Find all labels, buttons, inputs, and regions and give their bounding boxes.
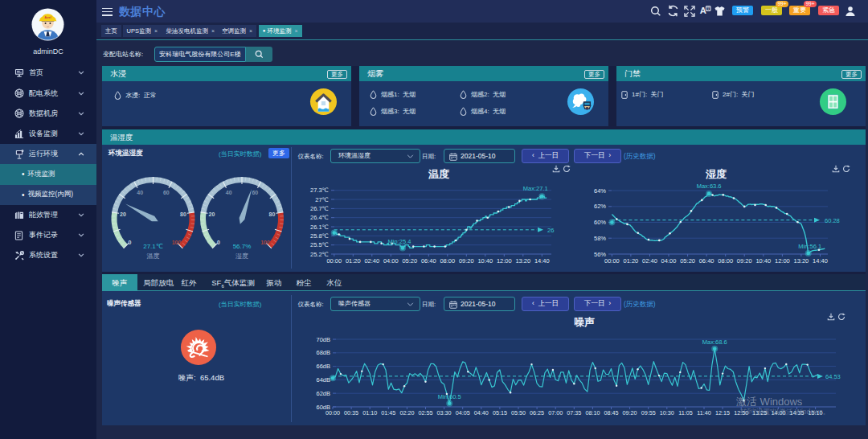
svg-text:Min:56.1: Min:56.1 — [798, 243, 821, 250]
svg-text:60: 60 — [163, 190, 170, 195]
svg-text:02:40: 02:40 — [642, 257, 657, 265]
svg-text:06:40: 06:40 — [699, 257, 714, 265]
svg-text:80: 80 — [180, 211, 186, 217]
svg-text:10:30: 10:30 — [660, 409, 674, 416]
svg-text:64.53: 64.53 — [825, 373, 841, 380]
svg-text:64dB: 64dB — [316, 376, 330, 384]
svg-text:09:55: 09:55 — [641, 409, 656, 416]
svg-text:09:20: 09:20 — [623, 409, 637, 416]
svg-text:A: A — [700, 6, 706, 15]
svg-text:07:00: 07:00 — [548, 409, 563, 416]
svg-text:04:00: 04:00 — [661, 257, 677, 265]
svg-text:26: 26 — [547, 227, 554, 234]
svg-text:100: 100 — [260, 240, 270, 245]
svg-text:60%: 60% — [594, 219, 606, 226]
svg-text:10:40: 10:40 — [477, 257, 493, 265]
svg-text:温度: 温度 — [147, 252, 160, 260]
svg-text:01:20: 01:20 — [346, 257, 361, 265]
svg-text:11:40: 11:40 — [697, 409, 710, 416]
svg-text:00:00: 00:00 — [604, 257, 620, 265]
svg-text:噪声: 噪声 — [574, 316, 595, 328]
svg-text:26.7℃: 26.7℃ — [310, 205, 329, 212]
svg-text:09:20: 09:20 — [737, 257, 752, 265]
svg-text:08:10: 08:10 — [585, 409, 600, 416]
svg-text:08:45: 08:45 — [604, 409, 619, 416]
svg-text:14:40: 14:40 — [813, 257, 828, 265]
svg-text:01:45: 01:45 — [381, 409, 395, 416]
svg-text:25.5℃: 25.5℃ — [310, 241, 329, 248]
svg-text:12:00: 12:00 — [497, 257, 512, 265]
svg-text:04:40: 04:40 — [474, 409, 489, 416]
svg-text:20: 20 — [209, 211, 215, 217]
svg-text:湿度: 湿度 — [235, 252, 248, 260]
svg-text:100: 100 — [172, 240, 182, 245]
svg-text:27.1℃: 27.1℃ — [143, 243, 163, 250]
svg-text:00:00: 00:00 — [326, 257, 342, 265]
svg-text:01:20: 01:20 — [624, 257, 639, 265]
svg-text:64%: 64% — [594, 187, 606, 195]
svg-text:湿度: 湿度 — [705, 168, 727, 180]
svg-text:00:00: 00:00 — [326, 409, 340, 416]
svg-text:02:40: 02:40 — [364, 257, 379, 265]
svg-text:11:05: 11:05 — [678, 409, 692, 416]
svg-text:06:40: 06:40 — [421, 257, 436, 265]
svg-text:06:25: 06:25 — [530, 409, 544, 416]
svg-text:02:55: 02:55 — [419, 409, 433, 416]
svg-text:01:10: 01:10 — [362, 409, 377, 416]
svg-text:07:35: 07:35 — [567, 409, 581, 416]
svg-text:Max:63.6: Max:63.6 — [697, 183, 722, 190]
svg-text:20: 20 — [120, 211, 126, 217]
svg-text:68dB: 68dB — [316, 349, 330, 356]
svg-text:05:15: 05:15 — [493, 409, 507, 416]
svg-text:56.7%: 56.7% — [233, 243, 252, 250]
svg-text:66dB: 66dB — [316, 363, 330, 370]
svg-text:14:40: 14:40 — [534, 257, 550, 265]
svg-text:62%: 62% — [594, 203, 606, 210]
svg-text:08:00: 08:00 — [440, 257, 455, 265]
svg-text:Min:60.5: Min:60.5 — [438, 393, 461, 400]
svg-text:40: 40 — [226, 190, 232, 195]
svg-text:70dB: 70dB — [316, 336, 330, 343]
svg-text:Max:27.1: Max:27.1 — [523, 185, 548, 192]
svg-text:58%: 58% — [594, 235, 606, 242]
svg-text:03:30: 03:30 — [437, 409, 452, 416]
svg-text:27℃: 27℃ — [315, 196, 329, 203]
svg-text:05:20: 05:20 — [402, 257, 417, 265]
svg-text:13:20: 13:20 — [794, 257, 809, 265]
svg-text:40: 40 — [137, 190, 143, 195]
svg-text:05:20: 05:20 — [680, 257, 695, 265]
svg-text:Min:25.4: Min:25.4 — [388, 238, 411, 245]
svg-text:13:20: 13:20 — [515, 257, 530, 265]
svg-text:02:20: 02:20 — [399, 409, 414, 416]
svg-text:09:20: 09:20 — [459, 257, 474, 265]
svg-text:26.1℃: 26.1℃ — [310, 224, 329, 231]
svg-text:08:00: 08:00 — [718, 257, 733, 265]
svg-text:04:05: 04:05 — [456, 409, 470, 416]
svg-text:62dB: 62dB — [316, 390, 330, 397]
svg-text:10:40: 10:40 — [755, 257, 771, 265]
svg-text:80: 80 — [269, 211, 276, 217]
svg-text:60.28: 60.28 — [825, 217, 840, 224]
svg-text:Acrel: Acrel — [44, 16, 51, 19]
svg-text:文: 文 — [706, 6, 710, 10]
svg-text:0: 0 — [217, 240, 220, 245]
svg-text:12:15: 12:15 — [715, 409, 730, 416]
svg-text:27.3℃: 27.3℃ — [310, 187, 329, 194]
svg-text:12:00: 12:00 — [775, 257, 790, 265]
svg-text:05:50: 05:50 — [511, 409, 526, 416]
svg-text:25.8℃: 25.8℃ — [310, 232, 329, 240]
svg-text:60: 60 — [252, 190, 258, 195]
svg-text:温度: 温度 — [428, 168, 450, 180]
svg-text:0: 0 — [129, 240, 132, 245]
svg-text:00:35: 00:35 — [344, 409, 358, 416]
svg-text:26.4℃: 26.4℃ — [310, 214, 329, 221]
svg-text:Max:68.6: Max:68.6 — [702, 338, 727, 346]
svg-text:04:00: 04:00 — [383, 257, 399, 265]
